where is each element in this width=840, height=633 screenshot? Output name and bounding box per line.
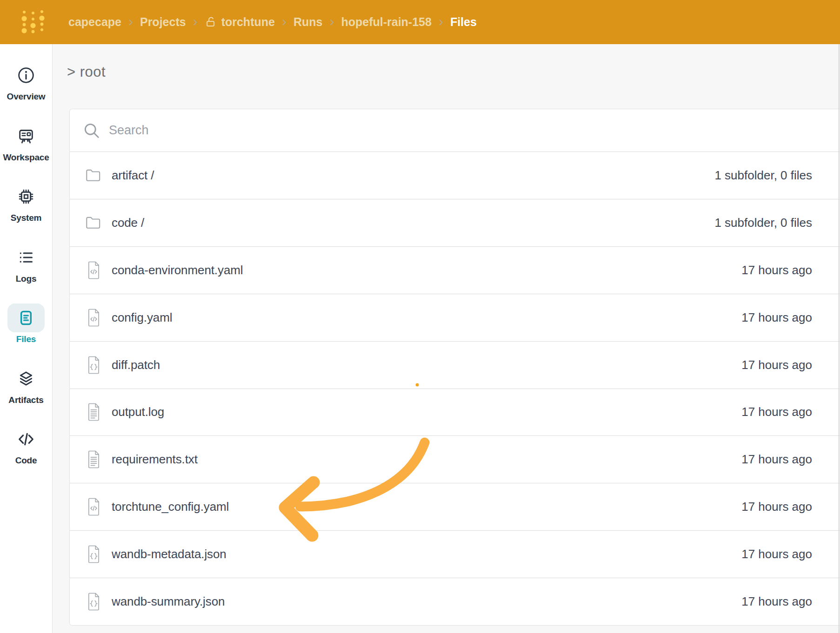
- artifacts-icon: [17, 369, 35, 388]
- code-icon: [17, 430, 35, 448]
- main-content: > root artifact / 1 subfolder, 0 files c…: [53, 44, 840, 633]
- file-row[interactable]: config.yaml 17 hours ago: [70, 294, 840, 341]
- wandb-logo[interactable]: [18, 8, 47, 37]
- file-meta: 17 hours ago: [741, 310, 812, 325]
- workspace-icon: [17, 127, 35, 145]
- file-meta: 1 subfolder, 0 files: [714, 168, 812, 183]
- breadcrumb-item-projects[interactable]: Projects: [140, 15, 186, 29]
- json-file-icon: [85, 544, 102, 565]
- file-name: torchtune_config.yaml: [112, 500, 229, 514]
- file-row[interactable]: wandb-metadata.json 17 hours ago: [70, 530, 840, 578]
- breadcrumb-label: capecape: [68, 15, 121, 29]
- file-name: requirements.txt: [112, 452, 198, 467]
- search-icon: [83, 122, 100, 139]
- app-header: capecape›Projects›torchtune›Runs›hopeful…: [0, 0, 840, 44]
- text-file-icon: [85, 449, 102, 470]
- sidebar-item-artifacts[interactable]: Artifacts: [0, 364, 52, 405]
- file-name: code /: [112, 216, 144, 230]
- file-row[interactable]: diff.patch 17 hours ago: [70, 341, 840, 389]
- sidebar-item-label: Artifacts: [0, 395, 52, 405]
- sidebar-item-logs[interactable]: Logs: [0, 243, 52, 284]
- breadcrumb-separator: ›: [329, 14, 334, 28]
- sidebar-item-files[interactable]: Files: [0, 303, 52, 344]
- file-name: conda-environment.yaml: [112, 263, 243, 277]
- info-icon: [17, 66, 35, 85]
- breadcrumb-item-files[interactable]: Files: [450, 15, 477, 29]
- scrollbar[interactable]: [838, 44, 840, 633]
- file-meta: 1 subfolder, 0 files: [714, 216, 812, 230]
- sidebar-item-label: Files: [0, 334, 52, 344]
- file-meta: 17 hours ago: [741, 405, 812, 419]
- breadcrumb-label: torchtune: [221, 15, 275, 29]
- folder-icon: [85, 165, 102, 185]
- file-meta: 17 hours ago: [741, 452, 812, 467]
- sidebar-item-label: System: [0, 213, 52, 223]
- breadcrumb-separator: ›: [282, 14, 287, 28]
- breadcrumb-separator: ›: [439, 14, 443, 28]
- sidebar-item-workspace[interactable]: Workspace: [0, 122, 52, 163]
- file-name: output.log: [112, 405, 164, 419]
- breadcrumb: capecape›Projects›torchtune›Runs›hopeful…: [68, 15, 477, 29]
- file-row[interactable]: torchtune_config.yaml 17 hours ago: [70, 483, 840, 530]
- breadcrumb-item-torchtune[interactable]: torchtune: [205, 15, 275, 29]
- system-icon: [17, 187, 35, 206]
- sidebar-item-overview[interactable]: Overview: [0, 61, 52, 102]
- files-icon: [17, 309, 35, 327]
- file-name: config.yaml: [112, 310, 172, 325]
- breadcrumb-item-runs[interactable]: Runs: [293, 15, 323, 29]
- code-file-icon: [85, 497, 102, 517]
- file-name: wandb-metadata.json: [112, 547, 227, 561]
- folder-icon: [85, 212, 102, 233]
- sidebar-item-label: Logs: [0, 274, 52, 284]
- run-sidebar: Overview Workspace System Logs Files Art…: [0, 44, 53, 633]
- path-heading: > root: [67, 64, 106, 80]
- sidebar-item-code[interactable]: Code: [0, 425, 52, 466]
- breadcrumb-separator: ›: [128, 14, 133, 28]
- breadcrumb-label: Files: [450, 15, 477, 29]
- breadcrumb-item-capecape[interactable]: capecape: [68, 15, 121, 29]
- file-name: wandb-summary.json: [112, 594, 225, 609]
- breadcrumb-label: Projects: [140, 15, 186, 29]
- file-row[interactable]: artifact / 1 subfolder, 0 files: [70, 152, 840, 199]
- code-file-icon: [85, 260, 102, 280]
- sidebar-item-label: Code: [0, 455, 52, 466]
- text-file-icon: [85, 402, 102, 422]
- logs-icon: [17, 248, 35, 267]
- file-name: artifact /: [112, 168, 154, 183]
- file-meta: 17 hours ago: [741, 547, 812, 561]
- file-row[interactable]: conda-environment.yaml 17 hours ago: [70, 246, 840, 294]
- breadcrumb-label: Runs: [293, 15, 323, 29]
- json-file-icon: [85, 355, 102, 375]
- file-row[interactable]: requirements.txt 17 hours ago: [70, 435, 840, 483]
- breadcrumb-item-hopeful-rain-158[interactable]: hopeful-rain-158: [341, 15, 431, 29]
- search-row: [70, 109, 840, 152]
- breadcrumb-separator: ›: [193, 14, 198, 28]
- sidebar-item-system[interactable]: System: [0, 182, 52, 223]
- lock-open-icon: [205, 16, 217, 28]
- file-meta: 17 hours ago: [741, 594, 812, 609]
- breadcrumb-label: hopeful-rain-158: [341, 15, 431, 29]
- file-row[interactable]: wandb-summary.json 17 hours ago: [70, 578, 840, 625]
- file-meta: 17 hours ago: [741, 500, 812, 514]
- sidebar-item-label: Overview: [0, 92, 52, 102]
- file-row[interactable]: code / 1 subfolder, 0 files: [70, 199, 840, 246]
- code-file-icon: [85, 307, 102, 328]
- file-name: diff.patch: [112, 358, 160, 372]
- file-meta: 17 hours ago: [741, 263, 812, 277]
- file-meta: 17 hours ago: [741, 358, 812, 372]
- json-file-icon: [85, 592, 102, 612]
- file-row[interactable]: output.log 17 hours ago: [70, 389, 840, 436]
- file-browser-panel: artifact / 1 subfolder, 0 files code / 1…: [69, 109, 840, 626]
- search-input[interactable]: [108, 123, 812, 138]
- sidebar-item-label: Workspace: [0, 152, 52, 163]
